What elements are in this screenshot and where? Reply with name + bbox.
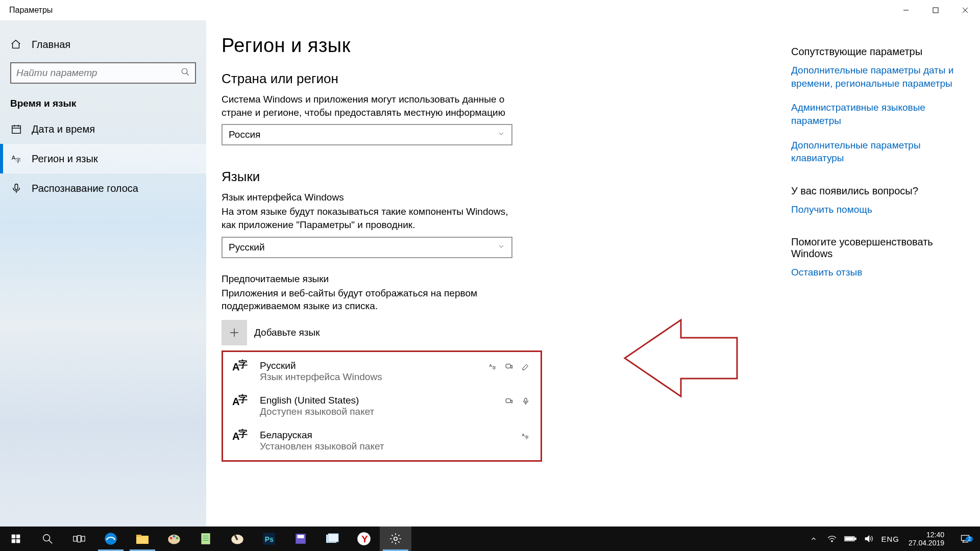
- action-center-button[interactable]: 2: [953, 534, 977, 544]
- svg-text:Ps: Ps: [265, 535, 274, 543]
- sidebar-item-label: Распознавание голоса: [32, 183, 138, 194]
- ui-lang-description: На этом языке будут показываться такие к…: [222, 205, 512, 231]
- sidebar-item-region-language[interactable]: A字 Регион и язык: [0, 144, 206, 173]
- preferred-languages-label: Предпочитаемые языки: [222, 273, 589, 285]
- related-link[interactable]: Административные языковые параметры: [791, 101, 960, 127]
- languages-heading: Языки: [222, 169, 589, 185]
- taskbar-app-photos[interactable]: [316, 527, 348, 551]
- svg-rect-1: [933, 8, 938, 13]
- sidebar-section-title: Время и язык: [0, 91, 206, 114]
- taskbar-app-explorer[interactable]: [127, 527, 158, 551]
- home-label: Главная: [32, 39, 70, 51]
- svg-text:Y: Y: [361, 534, 368, 544]
- handwriting-icon: [520, 362, 531, 371]
- add-language-label: Добавьте язык: [254, 327, 320, 338]
- sidebar-item-label: Дата и время: [32, 123, 95, 135]
- volume-icon[interactable]: [863, 534, 875, 543]
- svg-rect-48: [298, 535, 304, 538]
- taskbar-app-save[interactable]: [285, 527, 316, 551]
- language-subtitle: Установлен языковой пакет: [260, 441, 520, 452]
- related-link[interactable]: Дополнительные параметры даты и времени,…: [791, 64, 960, 90]
- search-input[interactable]: [10, 62, 196, 84]
- svg-text:A: A: [522, 433, 525, 437]
- svg-rect-40: [201, 533, 210, 544]
- feedback-title: Помогите усовершенствовать Windows: [791, 236, 960, 260]
- page-title: Регион и язык: [222, 35, 589, 57]
- svg-rect-57: [846, 537, 853, 540]
- country-dropdown[interactable]: Россия: [222, 124, 512, 145]
- search-field[interactable]: [16, 67, 181, 79]
- country-selected: Россия: [229, 129, 260, 140]
- sidebar: Главная Время и язык Дата и время: [0, 20, 206, 527]
- notification-badge: 2: [966, 536, 973, 542]
- sidebar-item-speech[interactable]: Распознавание голоса: [0, 173, 206, 203]
- search-button[interactable]: [32, 527, 63, 551]
- svg-rect-26: [12, 539, 16, 543]
- svg-point-38: [173, 535, 176, 538]
- add-language-button[interactable]: Добавьте язык: [222, 320, 589, 345]
- battery-icon[interactable]: [844, 535, 856, 542]
- language-subtitle: Доступен языковой пакет: [260, 406, 504, 417]
- plus-icon: [222, 320, 247, 345]
- svg-rect-19: [506, 399, 510, 403]
- sidebar-item-date-time[interactable]: Дата и время: [0, 114, 206, 144]
- taskbar-app-paint3d[interactable]: [222, 527, 253, 551]
- tray-clock[interactable]: 12:40 27.04.2019: [905, 531, 947, 547]
- svg-rect-31: [78, 536, 81, 542]
- svg-line-5: [186, 73, 189, 76]
- svg-rect-24: [12, 535, 16, 539]
- maximize-button[interactable]: [921, 0, 950, 20]
- svg-point-4: [182, 68, 187, 74]
- taskbar-app-notepadpp[interactable]: [190, 527, 222, 551]
- language-item[interactable]: A字 English (United States) Доступен язык…: [223, 389, 541, 423]
- tray-overflow-icon[interactable]: [807, 535, 820, 542]
- window-title: Параметры: [0, 6, 53, 15]
- svg-point-53: [394, 537, 398, 541]
- chevron-down-icon: [497, 242, 505, 253]
- svg-rect-27: [16, 539, 20, 543]
- svg-marker-58: [866, 536, 870, 542]
- feedback-link[interactable]: Оставить отзыв: [791, 266, 960, 279]
- svg-line-29: [49, 540, 52, 543]
- start-button[interactable]: [0, 527, 32, 551]
- home-button[interactable]: Главная: [0, 30, 206, 59]
- language-icon: A字: [10, 153, 22, 164]
- svg-rect-35: [136, 535, 141, 537]
- ui-lang-label: Язык интерфейса Windows: [222, 192, 589, 203]
- svg-point-54: [831, 541, 832, 542]
- tray-time: 12:40: [909, 531, 944, 539]
- tray-language[interactable]: ENG: [881, 535, 899, 543]
- task-view-button[interactable]: [63, 527, 95, 551]
- language-item[interactable]: A字 Беларуская Установлен языковой пакет …: [223, 423, 541, 458]
- svg-rect-30: [74, 536, 77, 541]
- language-glyph-icon: A字: [232, 431, 254, 443]
- home-icon: [10, 39, 22, 50]
- taskbar-app-settings[interactable]: [380, 527, 411, 551]
- main-content: Регион и язык Страна или регион Система …: [206, 20, 980, 527]
- language-feature-badges: A字: [520, 430, 531, 441]
- svg-rect-50: [328, 534, 338, 542]
- taskbar-app-paint[interactable]: [158, 527, 190, 551]
- preferred-languages-description: Приложения и веб-сайты будут отображатьс…: [222, 287, 512, 313]
- taskbar-app-yandex[interactable]: Y: [348, 527, 380, 551]
- taskbar-app-edge[interactable]: [95, 527, 127, 551]
- minimize-button[interactable]: [891, 0, 921, 20]
- taskbar: Ps Y ENG 12:40 27.04.2019 2: [0, 527, 980, 551]
- taskbar-app-photoshop[interactable]: Ps: [253, 527, 285, 551]
- svg-rect-56: [855, 538, 856, 539]
- display-language-icon: A字: [487, 362, 499, 371]
- ui-language-dropdown[interactable]: Русский: [222, 237, 512, 258]
- related-panel: Сопутствующие параметры Дополнительные п…: [791, 35, 960, 527]
- country-heading: Страна или регион: [222, 71, 589, 87]
- help-link[interactable]: Получить помощь: [791, 203, 960, 216]
- svg-point-28: [43, 535, 50, 541]
- language-name: Русский: [260, 360, 487, 371]
- svg-rect-32: [82, 536, 85, 541]
- svg-rect-6: [12, 126, 21, 134]
- language-item[interactable]: A字 Русский Язык интерфейса Windows A字: [223, 354, 541, 389]
- close-button[interactable]: [950, 0, 980, 20]
- wifi-icon[interactable]: [826, 535, 838, 543]
- chevron-down-icon: [497, 129, 505, 140]
- search-icon: [181, 67, 190, 79]
- related-link[interactable]: Дополнительные параметры клавиатуры: [791, 139, 960, 165]
